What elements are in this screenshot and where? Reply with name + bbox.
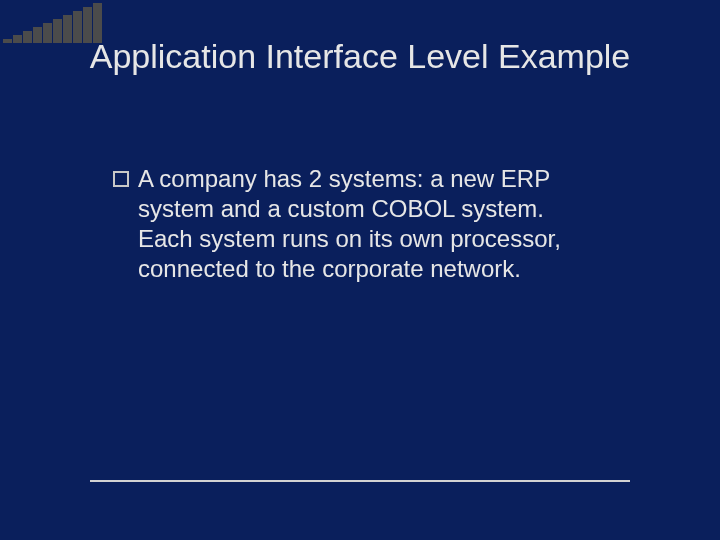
footer-divider [90, 480, 630, 482]
title-block: Application Interface Level Example [0, 35, 720, 78]
slide: Application Interface Level Example A co… [0, 0, 720, 540]
hollow-square-bullet-icon [113, 171, 129, 187]
slide-title: Application Interface Level Example [0, 35, 720, 78]
bullet-item: A company has 2 systems: a new ERP syste… [113, 164, 603, 284]
body-block: A company has 2 systems: a new ERP syste… [113, 164, 603, 284]
bullet-text: A company has 2 systems: a new ERP syste… [138, 164, 603, 284]
